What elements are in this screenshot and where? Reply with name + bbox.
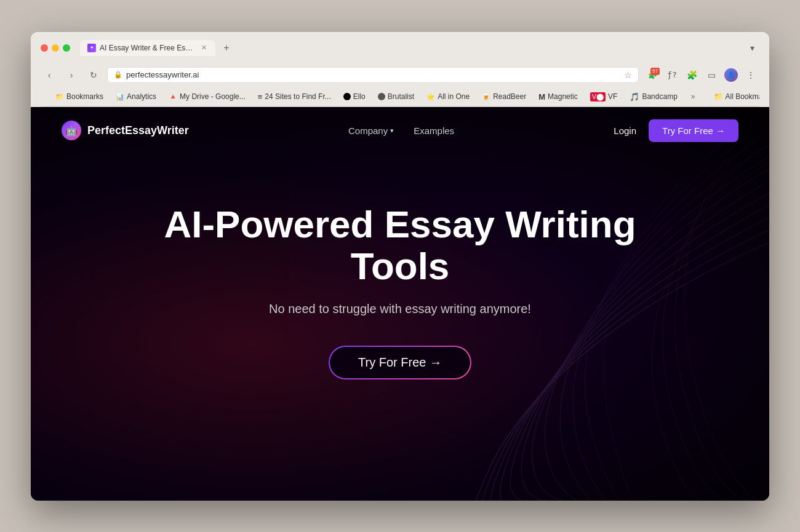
bookmark-analytics[interactable]: 📊 Analytics — [111, 91, 161, 102]
bookmarks-bar: 📁 Bookmarks 📊 Analytics 🔺 My Drive - Goo… — [41, 89, 759, 107]
vf-icon: V⬤ — [590, 92, 606, 101]
minimize-button[interactable] — [52, 44, 59, 52]
bookmark-label: Ello — [353, 92, 366, 101]
tab-scroll-button[interactable]: ▾ — [745, 41, 759, 55]
drive-icon: 🔺 — [169, 93, 177, 101]
bookmark-star-icon[interactable]: ☆ — [624, 70, 632, 80]
ello-icon — [343, 93, 351, 100]
bookmark-label: Magnetic — [548, 92, 578, 101]
tab-bar: ✦ AI Essay Writer & Free Essay ✕ + ▾ — [80, 39, 759, 57]
close-button[interactable] — [41, 44, 48, 52]
address-bar[interactable]: 🔒 perfectessaywriter.ai ☆ — [107, 67, 639, 83]
bookmark-allinone[interactable]: ⭐ All in One — [422, 91, 474, 102]
address-text: perfectessaywriter.ai — [126, 70, 620, 79]
site-logo[interactable]: 🤖 PerfectEssayWriter — [62, 121, 189, 140]
bookmark-label: Bookmarks — [66, 92, 103, 101]
bookmark-readbeer[interactable]: 🍺 ReadBeer — [477, 91, 531, 102]
bookmark-brutalist[interactable]: Brutalist — [373, 91, 419, 102]
active-tab[interactable]: ✦ AI Essay Writer & Free Essay ✕ — [80, 40, 215, 56]
hero-try-free-button[interactable]: Try For Free → — [330, 347, 470, 378]
avatar-icon: 👤 — [724, 68, 738, 82]
nav-links: Company ▾ Examples — [348, 125, 454, 136]
new-tab-button[interactable]: + — [218, 39, 235, 57]
bookmark-label: 24 Sites to Find Fr... — [265, 92, 330, 101]
bandcamp-icon: 🎵 — [630, 92, 639, 101]
bookmark-bandcamp[interactable]: 🎵 Bandcamp — [625, 91, 682, 103]
bookmark-label: ReadBeer — [493, 92, 526, 101]
website-content: 🤖 PerfectEssayWriter Company ▾ Examples … — [31, 107, 769, 501]
site-navbar: 🤖 PerfectEssayWriter Company ▾ Examples … — [31, 107, 769, 154]
nav-try-free-button[interactable]: Try For Free → — [649, 119, 738, 142]
sidebar-button[interactable]: ▭ — [703, 66, 720, 84]
chevron-down-icon: ▾ — [390, 127, 394, 135]
browser-window: ✦ AI Essay Writer & Free Essay ✕ + ▾ ‹ ›… — [31, 32, 769, 501]
browser-controls: ‹ › ↻ 🔒 perfectessaywriter.ai ☆ 🧩 57 ƒ? … — [41, 62, 759, 89]
reload-button[interactable]: ↻ — [85, 66, 102, 84]
hero-section: AI-Powered Essay Writing Tools No need t… — [31, 154, 769, 416]
all-bookmarks-label: All Bookmarks — [726, 92, 760, 101]
bookmark-magnetic[interactable]: M Magnetic — [534, 91, 583, 103]
bookmark-label: All in One — [438, 92, 470, 101]
traffic-lights — [41, 44, 70, 52]
bookmark-24sites[interactable]: ≡ 24 Sites to Find Fr... — [253, 91, 336, 103]
magnetic-icon: M — [538, 92, 545, 101]
login-button[interactable]: Login — [614, 125, 636, 136]
extensions-count-button[interactable]: 🧩 57 — [644, 66, 661, 84]
folder-icon: 📁 — [55, 93, 64, 101]
puzzle-button[interactable]: 🧩 — [683, 66, 700, 84]
folder-icon: 📁 — [714, 92, 723, 101]
forward-button[interactable]: › — [63, 66, 80, 84]
bookmark-label: My Drive - Google... — [180, 92, 246, 101]
bookmark-label: Bandcamp — [642, 92, 677, 101]
nav-actions: Login Try For Free → — [614, 119, 738, 142]
bookmark-ello[interactable]: Ello — [338, 91, 370, 102]
list-icon: ≡ — [258, 92, 263, 101]
hero-subtitle: No need to struggle with essay writing a… — [269, 302, 531, 316]
bookmarks-more-button[interactable]: » — [687, 91, 699, 102]
bookmark-vf[interactable]: V⬤ VF — [585, 91, 623, 103]
profile-avatar[interactable]: 👤 — [722, 66, 740, 84]
bookmark-bookmarks[interactable]: 📁 Bookmarks — [50, 91, 108, 102]
all-bookmarks-button[interactable]: 📁 All Bookmarks — [709, 91, 760, 102]
hero-title: AI-Powered Essay Writing Tools — [154, 204, 646, 287]
devtools-button[interactable]: ƒ? — [663, 66, 681, 84]
security-icon: 🔒 — [114, 71, 122, 79]
hero-cta-wrapper: Try For Free → — [329, 346, 471, 379]
nav-examples[interactable]: Examples — [414, 125, 454, 136]
star-icon: ⭐ — [426, 93, 435, 101]
logo-text: PerfectEssayWriter — [87, 124, 189, 137]
title-bar: ✦ AI Essay Writer & Free Essay ✕ + ▾ ‹ ›… — [31, 32, 769, 107]
browser-actions: 🧩 57 ƒ? 🧩 ▭ 👤 ⋮ — [644, 66, 759, 84]
back-button[interactable]: ‹ — [41, 66, 58, 84]
readbeer-icon: 🍺 — [482, 93, 490, 101]
bookmark-label: VF — [608, 92, 617, 101]
analytics-icon: 📊 — [116, 93, 124, 101]
maximize-button[interactable] — [63, 44, 70, 52]
bookmark-label: Brutalist — [388, 92, 414, 101]
nav-company[interactable]: Company ▾ — [348, 125, 394, 136]
tab-close-button[interactable]: ✕ — [199, 44, 208, 52]
logo-icon: 🤖 — [62, 121, 81, 140]
bookmark-label: Analytics — [127, 92, 156, 101]
bookmark-gdrive[interactable]: 🔺 My Drive - Google... — [164, 91, 250, 102]
menu-button[interactable]: ⋮ — [742, 66, 759, 84]
tab-title: AI Essay Writer & Free Essay — [100, 44, 196, 52]
tab-favicon: ✦ — [87, 44, 96, 52]
brutalist-icon — [378, 93, 385, 100]
